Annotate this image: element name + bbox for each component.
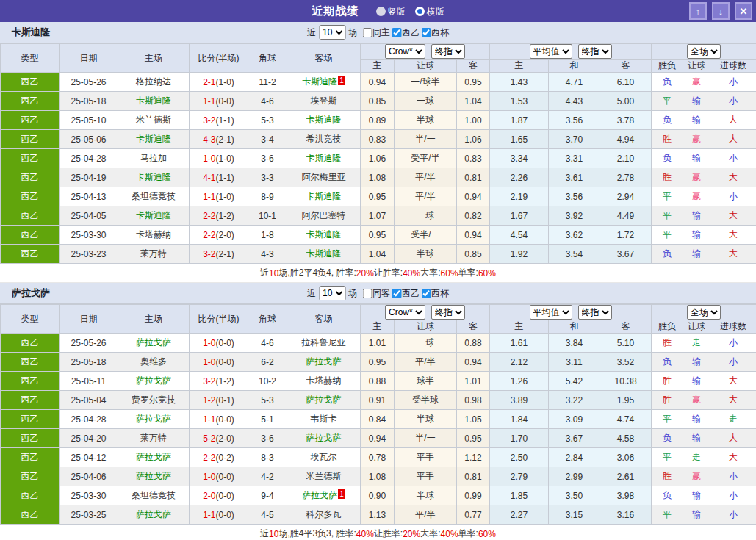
corner-cell: 10-2 xyxy=(248,372,287,391)
titlebar-buttons: ↑ ↓ ✕ xyxy=(689,2,752,20)
crow-odds-cell: 1.04 xyxy=(361,245,395,264)
header-select-group: 全场 xyxy=(652,44,756,60)
move-up-button[interactable]: ↑ xyxy=(689,2,707,20)
full-match-select[interactable]: 全场 xyxy=(687,305,721,320)
away-team-cell: 米兰德斯 xyxy=(287,467,361,486)
same-venue-checkbox[interactable] xyxy=(362,28,372,37)
red-card-badge: 1 xyxy=(338,76,345,85)
team-name-text: 费罗尔竞技 xyxy=(132,395,176,405)
full-match-select[interactable]: 全场 xyxy=(687,44,721,59)
result-wdl-cell: 胜 xyxy=(652,372,683,391)
same-venue-checkbox-label: 同客 xyxy=(357,287,390,300)
result-wdl-cell: 平 xyxy=(652,206,683,226)
league-checkbox[interactable] xyxy=(392,289,401,298)
vertical-layout-radio[interactable] xyxy=(376,7,386,16)
average-select[interactable]: 平均值 xyxy=(530,44,572,59)
home-team-cell: 萨拉戈萨 xyxy=(118,410,190,429)
average-odds-cell: 3.54 xyxy=(549,245,600,264)
same-venue-checkbox[interactable] xyxy=(362,289,372,298)
recent-count-select[interactable]: 10 xyxy=(319,286,345,300)
sub-column-header: 客 xyxy=(600,320,652,334)
cup-checkbox[interactable] xyxy=(421,289,431,298)
final-index-select[interactable]: 终指 xyxy=(431,305,465,320)
result-handicap-cell: 输 xyxy=(683,372,710,391)
league-cell: 西乙 xyxy=(1,111,60,130)
crow-odds-cell: 0.94 xyxy=(361,429,395,448)
final-index-select[interactable]: 终指 xyxy=(431,44,465,59)
close-icon: ✕ xyxy=(740,7,748,16)
crow-select[interactable]: Crow* xyxy=(385,44,425,59)
crow-odds-cell: 1.06 xyxy=(457,130,490,149)
handicap-cell: 半球 xyxy=(395,486,457,505)
column-header: 客场 xyxy=(287,44,361,73)
fulltime-score: 3-2 xyxy=(203,115,215,126)
cup-checkbox-label: 西杯 xyxy=(420,26,449,39)
move-down-button[interactable]: ↓ xyxy=(712,2,730,20)
away-team-cell: 卡斯迪隆 xyxy=(287,187,361,206)
result-handicap-cell: 赢 xyxy=(683,187,710,206)
team-name-text: 马拉加 xyxy=(140,153,167,163)
away-team-cell: 萨拉戈萨 xyxy=(287,353,361,372)
result-goals-cell: 小 xyxy=(710,73,756,92)
result-goals-cell: 大 xyxy=(710,372,756,391)
crow-odds-cell: 0.98 xyxy=(457,391,490,410)
average-odds-cell: 1.85 xyxy=(490,486,549,505)
result-wdl-cell: 负 xyxy=(652,111,683,130)
average-odds-cell: 3.61 xyxy=(549,168,600,187)
halftime-score: (2-1) xyxy=(216,249,234,259)
average-odds-cell: 4.58 xyxy=(600,429,652,448)
date-cell: 25-05-26 xyxy=(60,73,118,92)
cup-checkbox[interactable] xyxy=(421,28,431,37)
corner-cell: 6-2 xyxy=(248,353,287,372)
team-name-text: 埃瓦尔 xyxy=(311,452,337,462)
sub-column-header: 让球 xyxy=(683,60,710,73)
away-team-cell: 阿尔巴塞特 xyxy=(287,206,361,226)
horizontal-layout-radio[interactable] xyxy=(415,7,425,16)
match-row: 西乙25-03-23莱万特3-2(2-1)4-3卡斯迪隆1.04半球0.851.… xyxy=(1,245,756,264)
header-select-group: 全场 xyxy=(652,305,756,320)
away-team-cell: 埃登斯 xyxy=(287,92,361,111)
match-row: 西乙25-04-19卡斯迪隆4-1(1-1)3-3阿尔梅里亚1.08平/半0.8… xyxy=(1,168,756,187)
league-cell: 西乙 xyxy=(1,467,60,486)
match-row: 西乙25-05-26格拉纳达2-1(1-0)11-2卡斯迪隆10.94一/球半0… xyxy=(1,73,756,92)
league-checkbox[interactable] xyxy=(392,28,401,37)
average-odds-cell: 1.53 xyxy=(490,92,549,111)
halftime-score: (2-1) xyxy=(216,134,234,145)
home-team-cell: 卡塔赫纳 xyxy=(118,226,190,245)
home-team-cell: 格拉纳达 xyxy=(118,73,190,92)
recent-count-select[interactable]: 10 xyxy=(319,25,345,40)
result-wdl-cell: 胜 xyxy=(652,334,683,353)
fulltime-score: 2-2 xyxy=(203,453,215,463)
result-wdl-cell: 平 xyxy=(652,226,683,245)
crow-odds-cell: 0.90 xyxy=(361,486,395,505)
crow-odds-cell: 0.89 xyxy=(361,111,395,130)
crow-odds-cell: 1.13 xyxy=(361,505,395,525)
crow-select[interactable]: Crow* xyxy=(385,305,425,320)
league-cell: 西乙 xyxy=(1,391,60,410)
column-header: 类型 xyxy=(1,305,60,334)
corner-cell: 8-3 xyxy=(248,448,287,467)
average-odds-cell: 4.49 xyxy=(600,206,652,226)
close-button[interactable]: ✕ xyxy=(735,2,752,20)
away-team-cell: 拉科鲁尼亚 xyxy=(287,334,361,353)
average-select[interactable]: 平均值 xyxy=(530,305,572,320)
away-team-cell: 阿尔梅里亚 xyxy=(287,168,361,187)
sub-column-header: 进球数 xyxy=(710,60,756,73)
final-index-select-2[interactable]: 终指 xyxy=(578,44,612,59)
final-index-select-2[interactable]: 终指 xyxy=(578,305,612,320)
halftime-score: (1-2) xyxy=(216,376,234,386)
sub-column-header: 胜负 xyxy=(652,60,683,73)
titlebar: 近期战绩 竖版 横版 ↑ ↓ ✕ xyxy=(0,0,756,22)
team-name-text: 卡斯迪隆 xyxy=(136,210,171,220)
date-cell: 25-04-12 xyxy=(60,448,118,467)
home-team-cell: 桑坦德竞技 xyxy=(118,187,190,206)
corner-cell: 5-3 xyxy=(248,391,287,410)
average-odds-cell: 3.31 xyxy=(549,149,600,168)
date-cell: 25-04-19 xyxy=(60,168,118,187)
result-wdl-cell: 负 xyxy=(652,73,683,92)
corner-cell: 3-4 xyxy=(248,130,287,149)
corner-cell: 5-3 xyxy=(248,111,287,130)
result-handicap-cell: 输 xyxy=(683,226,710,245)
away-team-cell: 希洪竞技 xyxy=(287,130,361,149)
crow-odds-cell: 0.94 xyxy=(457,226,490,245)
